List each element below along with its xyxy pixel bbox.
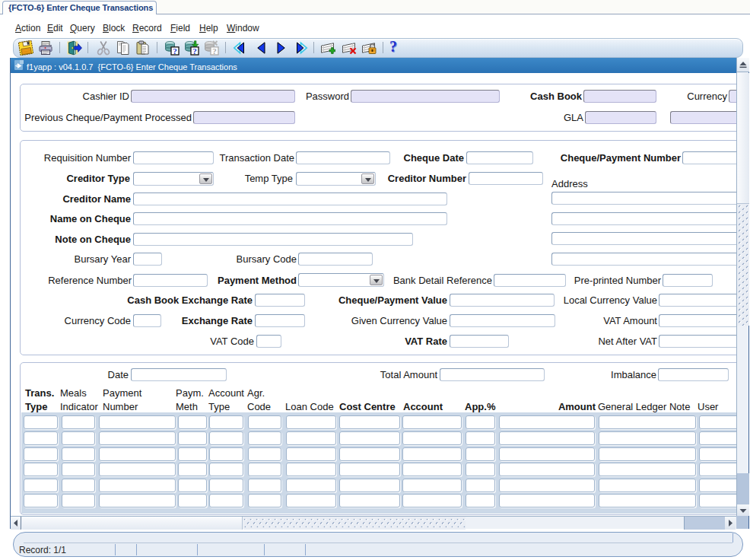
svg-text:?: ? bbox=[212, 46, 217, 56]
svg-text:?: ? bbox=[192, 46, 197, 56]
svg-text:?: ? bbox=[173, 46, 177, 56]
